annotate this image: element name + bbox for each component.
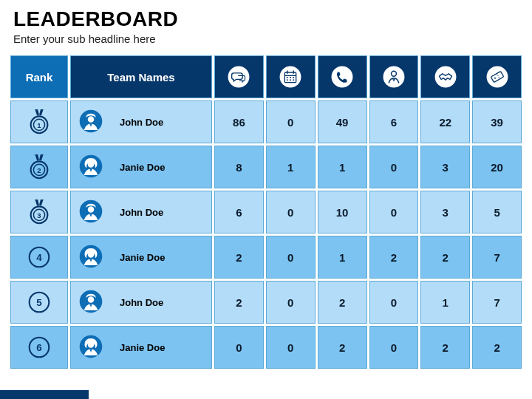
page-subtitle: Enter your sub headline here	[13, 33, 519, 45]
value-cell: 22	[420, 100, 470, 143]
svg-point-34	[88, 206, 95, 213]
svg-text:4: 4	[36, 252, 42, 263]
svg-point-24	[88, 116, 95, 123]
page-title: LEADERBOARD	[13, 7, 519, 31]
svg-rect-9	[287, 79, 288, 81]
person-icon	[381, 64, 406, 89]
avatar	[78, 109, 103, 136]
team-name: Janie Doe	[120, 162, 165, 173]
svg-text:2: 2	[37, 166, 41, 174]
value-cell: 86	[214, 100, 264, 143]
value-cell: 1	[318, 146, 367, 188]
calendar-icon	[278, 64, 303, 89]
footer-accent	[0, 390, 89, 399]
team-name: Janie Doe	[120, 342, 165, 353]
value-cell: 0	[369, 146, 419, 188]
value-cell: 2	[472, 326, 522, 369]
value-cell: 6	[369, 100, 419, 143]
table-row: 5 John Doe 202017	[10, 281, 522, 324]
value-cell: 1	[318, 236, 367, 279]
svg-point-38	[88, 251, 95, 258]
team-name: John Doe	[120, 297, 163, 308]
team-cell: Janie Doe	[70, 146, 212, 188]
value-cell: 3	[420, 191, 470, 233]
table-row: 1 John Doe 8604962239	[10, 100, 522, 143]
rank-cell: 1	[10, 100, 68, 143]
team-cell: Janie Doe	[70, 326, 212, 369]
leaderboard-grid: Rank Team Names	[0, 50, 532, 369]
value-cell: 2	[369, 236, 419, 279]
value-cell: 0	[369, 281, 419, 324]
svg-point-12	[332, 66, 353, 88]
team-cell: John Doe	[70, 281, 212, 324]
value-cell: 49	[318, 100, 367, 143]
value-cell: 7	[472, 236, 522, 279]
svg-point-46	[88, 341, 95, 348]
svg-point-13	[383, 66, 404, 88]
svg-rect-6	[287, 77, 288, 78]
svg-point-15	[434, 66, 456, 88]
rank-cell: 4	[10, 236, 68, 279]
value-cell: 0	[266, 191, 316, 233]
svg-rect-7	[290, 77, 291, 78]
col-person	[369, 55, 419, 98]
value-cell: 0	[214, 326, 264, 369]
team-name: John Doe	[120, 207, 163, 218]
team-name: John Doe	[120, 117, 163, 128]
svg-rect-8	[293, 77, 295, 78]
value-cell: 0	[266, 281, 316, 324]
col-phone	[318, 55, 367, 98]
svg-rect-10	[290, 79, 291, 81]
table-row: 4 Janie Doe 201227	[10, 236, 522, 279]
ticket-icon	[485, 64, 510, 89]
value-cell: 8	[214, 146, 264, 188]
col-rank: Rank	[10, 55, 68, 98]
col-calendar	[266, 55, 316, 98]
team-name: Janie Doe	[120, 252, 165, 263]
rank-cell: 6	[10, 326, 68, 369]
avatar	[78, 199, 103, 226]
value-cell: 1	[266, 146, 316, 188]
value-cell: 2	[214, 281, 264, 324]
avatar	[78, 154, 103, 181]
value-cell: 0	[369, 191, 419, 233]
rank-cell: 3	[10, 191, 68, 233]
value-cell: 0	[266, 236, 316, 279]
value-cell: 39	[472, 100, 522, 143]
value-cell: 0	[266, 326, 316, 369]
team-cell: John Doe	[70, 191, 212, 233]
svg-point-16	[486, 66, 508, 88]
value-cell: 1	[420, 281, 470, 324]
svg-point-29	[88, 161, 95, 168]
avatar	[78, 289, 103, 316]
chat-icon	[226, 64, 251, 89]
phone-icon	[330, 64, 355, 89]
value-cell: 5	[472, 191, 522, 233]
header-row: Rank Team Names	[10, 55, 522, 98]
avatar	[78, 334, 103, 361]
svg-point-0	[228, 66, 250, 88]
value-cell: 6	[214, 191, 264, 233]
svg-text:3: 3	[37, 211, 41, 219]
value-cell: 0	[369, 326, 419, 369]
svg-rect-11	[293, 79, 295, 81]
col-chat	[214, 55, 264, 98]
svg-point-42	[88, 296, 95, 303]
value-cell: 2	[318, 281, 367, 324]
value-cell: 10	[318, 191, 367, 233]
value-cell: 20	[472, 146, 522, 188]
value-cell: 2	[318, 326, 367, 369]
value-cell: 3	[420, 146, 470, 188]
value-cell: 0	[266, 100, 316, 143]
col-ticket	[472, 55, 522, 98]
team-cell: John Doe	[70, 100, 212, 143]
table-row: 2 Janie Doe 8110320	[10, 146, 522, 188]
value-cell: 2	[420, 326, 470, 369]
svg-text:1: 1	[37, 121, 41, 129]
table-row: 3 John Doe 6010035	[10, 191, 522, 233]
table-row: 6 Janie Doe 002022	[10, 326, 522, 369]
svg-text:6: 6	[36, 342, 41, 353]
rank-cell: 2	[10, 146, 68, 188]
svg-text:5: 5	[36, 297, 42, 308]
avatar	[78, 244, 103, 271]
